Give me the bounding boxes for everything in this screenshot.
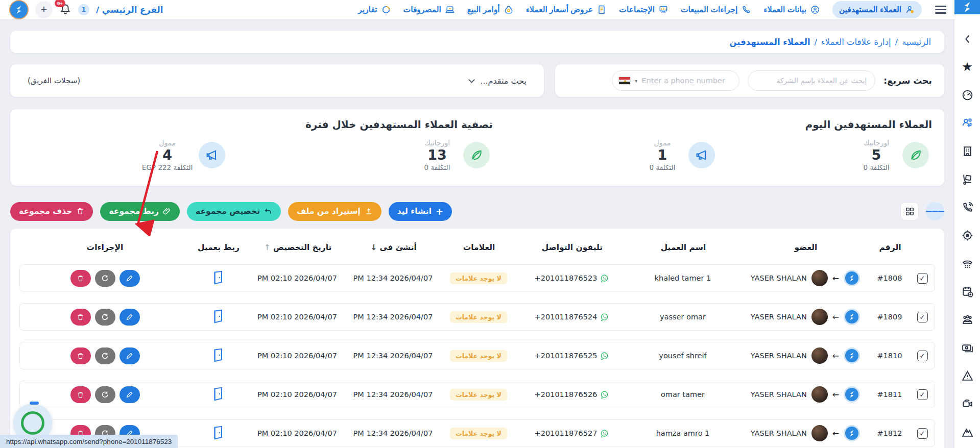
create-lead-button[interactable]: + انشاء ليد [389,202,452,221]
row-checkbox[interactable]: ✓ [917,312,928,322]
companies-building-icon[interactable] [957,141,977,161]
edit-button[interactable] [119,347,140,364]
phone-link[interactable]: +201011876524 [519,313,624,321]
delete-group-button[interactable]: حذف مجموعة [10,202,93,221]
refresh-button[interactable] [95,347,115,364]
supply-trolley-icon[interactable] [957,169,977,189]
header-number[interactable]: الرقم [870,243,911,252]
whatsapp-icon[interactable] [600,313,609,321]
nav-item-meetings[interactable]: الإجتماعات [619,5,668,15]
header-assigned[interactable]: تاريخ التخصيص ↑ [247,243,349,252]
delete-row-button[interactable] [70,270,91,287]
whatsapp-icon[interactable] [600,429,609,438]
favorites-star-icon[interactable]: ★ [957,57,977,77]
link-to-client-button[interactable] [212,348,224,364]
header-tags[interactable]: العلامات [438,243,520,252]
link-to-client-button[interactable] [212,387,224,403]
header-created[interactable]: أنشئ فى ↓ [349,243,438,252]
flag-dropdown-caret-icon[interactable]: ▾ [635,78,637,84]
advanced-search-toggle[interactable]: بحث متقدم... [469,76,527,86]
target-crosshair-icon[interactable] [957,225,977,245]
phone-link[interactable]: +201011876525 [519,352,624,360]
phone-link[interactable]: +201011876523 [519,274,624,283]
link-client-door-icon [212,309,224,323]
edit-button[interactable] [119,270,140,287]
list-view-toggle[interactable] [926,202,944,220]
nav-item-sales-actions[interactable]: إجراءات المبيعات [681,5,751,15]
delete-row-button[interactable] [70,347,91,364]
breadcrumb-crm[interactable]: إدارة علاقات العملاء [821,37,891,47]
row-checkbox[interactable]: ✓ [917,428,928,439]
stats-spacer [493,118,633,177]
expenses-laptop-icon [445,5,455,15]
whatsapp-icon[interactable] [600,390,609,399]
mountain-goal-icon[interactable] [957,421,977,442]
whatsapp-icon[interactable] [600,274,609,283]
trash-icon [77,313,84,321]
egypt-flag-icon[interactable] [618,77,631,85]
nav-item-reports[interactable]: تقارير [358,5,391,15]
alerts-warning-icon[interactable] [957,365,977,386]
grid-view-toggle[interactable] [900,202,919,220]
header-member[interactable]: العضو [742,243,870,252]
team-records-label: (سجلات الفريق) [28,76,80,85]
page-content: الرئيسية / إدارة علاقات العملاء / العملا… [0,19,954,448]
created-date: PM 12:34 2026/04/07 [348,429,438,437]
phone-link[interactable]: +201011876527 [519,429,624,438]
dashboard-gauge-icon[interactable] [957,85,977,105]
refresh-button[interactable] [95,309,115,326]
delete-row-button[interactable] [70,386,91,403]
video-camera-icon[interactable] [957,393,977,414]
edit-button[interactable] [119,386,140,403]
row-checkbox[interactable]: ✓ [917,351,928,361]
nav-item-customer-data[interactable]: بيانات العملاء [763,5,820,15]
hamburger-menu-icon[interactable] [934,5,947,15]
calls-phone-icon[interactable] [957,197,977,217]
loader-ring [21,411,44,435]
user-avatar[interactable] [9,0,29,19]
assign-group-button[interactable]: تخصيص مجموعه [187,202,281,221]
row-checkbox[interactable]: ✓ [917,273,928,284]
row-checkbox[interactable]: ✓ [917,389,928,400]
quick-add-button[interactable]: + [35,1,53,18]
row-number: #1809 [869,313,910,321]
phone-search-input[interactable] [641,77,734,85]
sidebar-rail: ★ [954,0,980,448]
refresh-button[interactable] [95,270,115,287]
nav-item-expenses[interactable]: المصروفات [403,5,455,15]
company-search-input[interactable] [748,70,875,91]
trash-icon [76,207,84,215]
search-row: بحث سريع: ▾ بحث متقدم... (سجلات الفريق) [10,64,944,97]
link-group-button[interactable]: ربط مجموعة [100,202,180,221]
phone-link[interactable]: +201011876526 [519,390,624,399]
header-client-name[interactable]: اسم العميل [625,243,742,252]
import-from-file-button[interactable]: إستيراد من ملف [288,202,381,221]
edit-button[interactable] [119,309,140,326]
refresh-button[interactable] [95,386,115,403]
notifications-bell-icon[interactable]: +9 [59,3,71,17]
member-photo-avatar [811,270,828,286]
nav-item-sale-orders[interactable]: أوامر البيع [467,5,514,15]
created-date: PM 12:34 2026/04/07 [348,313,438,321]
cash-money-icon[interactable] [957,337,977,358]
calendar-star-icon[interactable] [957,281,977,302]
sort-asc-icon[interactable]: ↑ [264,243,271,252]
nav-item-price-quotes[interactable]: عروض أسعار العملاء [526,5,607,15]
link-to-client-button[interactable] [212,426,224,441]
breadcrumb-home[interactable]: الرئيسية [902,37,931,47]
collapse-chevron-icon[interactable] [957,29,977,49]
whatsapp-icon[interactable] [600,352,609,360]
dialer-phone-icon[interactable] [957,253,977,273]
nav-item-targeted-leads[interactable]: العملاء المستهدفين [832,1,922,18]
sort-desc-icon[interactable]: ↓ [370,243,377,252]
link-to-client-button[interactable] [212,309,224,325]
today-paid-stat: ممول 1 التكلفة 0 [642,139,715,171]
leads-users-exchange-icon[interactable] [957,113,977,133]
delete-row-button[interactable] [70,309,91,326]
app-logo[interactable] [954,0,980,14]
meeting-group-icon[interactable] [957,309,977,330]
link-to-client-button[interactable] [212,270,224,286]
header-phone[interactable]: تليفون التواصل [520,243,625,252]
source-logo-avatar [844,386,860,403]
member-name: YASER SHALAN [751,274,807,282]
